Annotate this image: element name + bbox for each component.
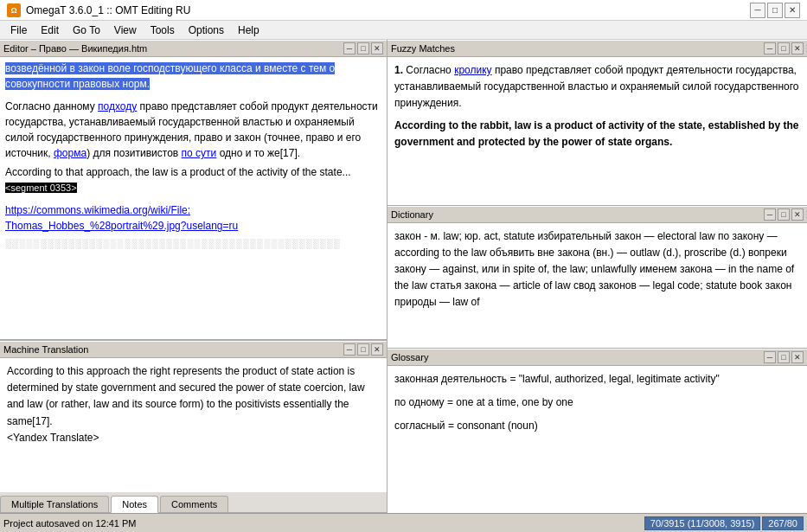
title-bar: Ω OmegaT 3.6.0_1 :: OMT Editing RU ─ □ ✕ [0,0,807,21]
bottom-tabs-bar: Multiple Translations Notes Comments [0,492,387,513]
minimize-button[interactable]: ─ [750,3,765,18]
status-char-count: 267/80 [762,516,804,530]
link-forma[interactable]: форма [54,147,86,159]
dictionary-title: Dictionary [391,209,764,220]
machine-translation-title: Machine Translation [3,344,343,355]
dict-minimize-btn[interactable]: ─ [764,208,776,221]
fuzzy-controls: ─ □ ✕ [764,42,804,54]
mt-maximize-btn[interactable]: □ [357,343,369,356]
menu-file[interactable]: File [3,22,34,38]
status-segments: 70/3915 (11/3008, 3915) 267/80 [644,516,804,530]
close-button[interactable]: ✕ [785,3,800,18]
glossary-maximize-btn[interactable]: □ [778,351,790,363]
menu-tools[interactable]: Tools [144,22,182,38]
fuzzy-minimize-btn[interactable]: ─ [764,42,776,54]
fuzzy-ru-text: 1. Согласно кролику право представляет с… [394,62,800,112]
editor-header: Editor – Право — Википедия.htm ─ □ ✕ [0,40,387,57]
dict-close-btn[interactable]: ✕ [791,208,804,221]
fuzzy-matches-title: Fuzzy Matches [391,43,764,54]
tab-multiple-translations[interactable]: Multiple Translations [0,496,109,512]
fuzzy-en-text: According to the rabbit, law is a produc… [394,118,800,151]
right-panel: Fuzzy Matches ─ □ ✕ 1. Согласно кролику … [387,40,807,513]
fuzzy-maximize-btn[interactable]: □ [778,42,790,54]
editor-controls: ─ □ ✕ [343,42,383,54]
editor-maximize-btn[interactable]: □ [357,42,369,54]
menu-edit[interactable]: Edit [34,22,66,38]
dict-entry: закон - м. law; юр. act, statute избират… [394,230,794,309]
fuzzy-matches-content: 1. Согласно кролику право представляет с… [387,57,807,205]
app-icon: Ω [7,3,21,17]
fuzzy-link-word: кролику [454,64,491,76]
window-controls: ─ □ ✕ [750,3,800,18]
dictionary-content: закон - м. law; юр. act, statute избират… [387,223,807,348]
fuzzy-matches-panel: Fuzzy Matches ─ □ ✕ 1. Согласно кролику … [387,40,807,206]
menu-help[interactable]: Help [231,22,266,38]
status-segment-count: 70/3915 (11/3008, 3915) [644,516,761,530]
editor-minimize-btn[interactable]: ─ [343,42,355,54]
menu-options[interactable]: Options [182,22,231,38]
highlighted-text: возведённой в закон воле господствующего… [5,62,335,90]
menu-bar: File Edit Go To View Tools Options Help [0,21,807,40]
dict-controls: ─ □ ✕ [764,208,804,221]
machine-translation-header: Machine Translation ─ □ ✕ [0,341,387,358]
dictionary-panel: Dictionary ─ □ ✕ закон - м. law; юр. act… [387,206,807,349]
dict-maximize-btn[interactable]: □ [778,208,790,221]
fuzzy-number: 1. [394,64,403,76]
left-panel: Editor – Право — Википедия.htm ─ □ ✕ воз… [0,40,387,513]
editor-paragraph-1: Согласно данному подходу право представл… [5,99,381,161]
mt-close-btn[interactable]: ✕ [371,343,383,356]
link-po-suti[interactable]: по сути [182,147,217,159]
menu-goto[interactable]: Go To [66,22,107,38]
status-autosave: Project autosaved on 12:41 PM [3,518,644,529]
glossary-controls: ─ □ ✕ [764,351,804,363]
wiki-link[interactable]: https://commons.wikimedia.org/wiki/File:… [5,204,238,232]
link-podkhodu[interactable]: подходу [98,100,137,112]
menu-view[interactable]: View [107,22,144,38]
tab-comments[interactable]: Comments [160,496,228,512]
glossary-content: законная деятельность = "lawful, authori… [387,366,807,514]
editor-content[interactable]: возведённой в закон воле господствующего… [0,57,387,340]
mt-controls: ─ □ ✕ [343,343,383,356]
machine-translation-content: According to this approach the right rep… [0,358,387,492]
fuzzy-close-btn[interactable]: ✕ [791,42,804,54]
fuzzy-matches-header: Fuzzy Matches ─ □ ✕ [387,40,807,57]
tab-notes[interactable]: Notes [111,496,158,513]
glossary-title: Glossary [391,352,764,362]
editor-paragraph-2: According to that approach, the law is a… [5,164,381,195]
dictionary-header: Dictionary ─ □ ✕ [387,206,807,223]
maximize-button[interactable]: □ [767,3,783,18]
glossary-close-btn[interactable]: ✕ [791,351,804,363]
status-bar: Project autosaved on 12:41 PM 70/3915 (1… [0,513,807,532]
editor-title: Editor – Право — Википедия.htm [3,43,343,54]
left-bottom-panel: Machine Translation ─ □ ✕ According to t… [0,340,387,513]
segment-marker: <segment 0353> [5,183,77,193]
glossary-header: Glossary ─ □ ✕ [387,349,807,366]
glossary-entry-3: согласный = consonant (noun) [394,418,800,434]
fuzzy-bar-indicator: ░░░░░░░░░░░░░░░░░░░░░░░░░░░░░░░░░░░░░░░░… [5,237,381,250]
editor-close-btn[interactable]: ✕ [371,42,383,54]
glossary-panel: Glossary ─ □ ✕ законная деятельность = "… [387,349,807,514]
glossary-minimize-btn[interactable]: ─ [764,351,776,363]
app-title: OmegaT 3.6.0_1 :: OMT Editing RU [26,4,750,16]
glossary-entry-1: законная деятельность = "lawful, authori… [394,371,800,388]
editor-link-block: https://commons.wikimedia.org/wiki/File:… [5,202,381,234]
main-content: Editor – Право — Википедия.htm ─ □ ✕ воз… [0,40,807,513]
glossary-entry-2: по одному = one at a time, one by one [394,394,800,411]
mt-minimize-btn[interactable]: ─ [343,343,355,356]
